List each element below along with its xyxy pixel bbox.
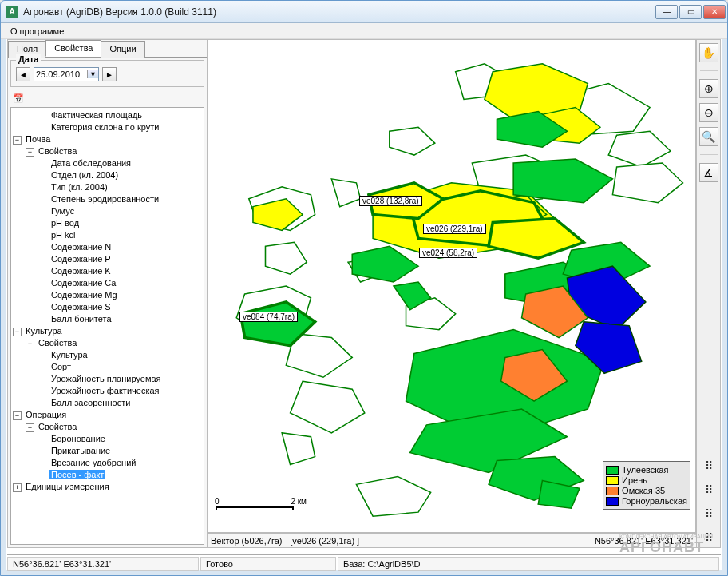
tree-item[interactable]: Содержание K — [49, 266, 113, 276]
expander-icon[interactable]: − — [13, 328, 22, 336]
tree-item[interactable]: Степень эродированности — [49, 194, 160, 204]
tree-node-operation-props[interactable]: Свойства — [37, 422, 78, 431]
legend-swatch — [606, 497, 619, 506]
view-mode-1-icon[interactable]: ⠿ — [699, 456, 718, 475]
tree-item[interactable]: Содержание S — [49, 302, 113, 312]
tree-node-culture-props[interactable]: Свойства — [37, 338, 78, 348]
menu-about[interactable]: О программе — [6, 25, 69, 38]
tree-item[interactable]: Содержание Ca — [49, 278, 117, 288]
legend-swatch — [606, 466, 619, 475]
map-area: ve028 (132,8га) ve026 (229,1га) ve024 (5… — [208, 40, 696, 547]
pan-tool-icon[interactable]: ✋ — [699, 43, 718, 62]
legend-label: Горноуральская — [622, 496, 687, 506]
legend-label: Тулеевская — [622, 465, 668, 475]
field-label-ve026: ve026 (229,1га) — [423, 224, 486, 234]
tree-item[interactable]: Культура — [49, 350, 89, 360]
tree-item[interactable]: Балл засоренности — [49, 398, 132, 407]
status-db: База: C:\AgriDB5\D — [338, 557, 719, 571]
tree-item[interactable]: Урожайность фактическая — [49, 386, 161, 395]
expander-icon[interactable]: − — [13, 136, 22, 145]
tree-node-soil[interactable]: Почва — [24, 134, 52, 144]
tree-item[interactable]: Дата обследования — [49, 158, 133, 168]
menubar: О программе — [1, 23, 727, 39]
tree-item[interactable]: Прикатывание — [49, 446, 112, 455]
view-mode-4-icon[interactable]: ⠿ — [699, 528, 718, 547]
field-label-ve084: ve084 (74,7га) — [239, 312, 298, 322]
status-coords: N56°36.821' E63°31.321' — [7, 557, 199, 571]
legend-swatch — [606, 476, 619, 485]
minimize-button[interactable]: — — [655, 5, 678, 19]
map-statusbar: Вектор (5026,7га) - [ve026 (229,1га) ] N… — [208, 533, 696, 547]
status-ready: Готово — [200, 557, 336, 571]
tree-item[interactable]: Гумус — [49, 206, 76, 216]
tree-item[interactable]: Боронование — [49, 434, 107, 443]
tree-item[interactable]: Сорт — [49, 362, 73, 371]
map-tools: ✋ ⊕ ⊖ 🔍 ∡ ⠿ ⠿ ⠿ ⠿ — [696, 40, 720, 547]
tree-item-slope[interactable]: Категория склона по крути — [49, 122, 160, 132]
expander-icon[interactable]: − — [13, 411, 22, 420]
side-panel: Поля Свойства Опции Дата ◄ ▼ ► — [8, 40, 208, 547]
tree-item[interactable]: Содержание N — [49, 242, 113, 252]
expander-icon[interactable]: − — [26, 423, 34, 432]
zoom-out-icon[interactable]: ⊖ — [699, 103, 718, 122]
app-icon: А — [6, 6, 18, 18]
zoom-in-icon[interactable]: ⊕ — [699, 79, 718, 98]
date-combo[interactable]: ▼ — [34, 67, 99, 81]
tree-item[interactable]: Содержание Mg — [49, 290, 119, 300]
tab-options[interactable]: Опции — [101, 41, 144, 58]
scale-end: 2 км — [291, 497, 307, 506]
maximize-button[interactable]: ▭ — [679, 5, 702, 19]
legend-label: Омская 35 — [622, 486, 665, 495]
tree-item[interactable]: Тип (кл. 2004) — [49, 182, 109, 192]
date-group: Дата ◄ ▼ ► — [10, 60, 204, 87]
zoom-extent-icon[interactable]: 🔍 — [699, 127, 718, 146]
expander-icon[interactable]: + — [13, 483, 22, 492]
tree-item[interactable]: Урожайность планируемая — [49, 374, 163, 383]
legend-swatch — [606, 487, 619, 495]
tree-item[interactable]: Врезание удобрений — [49, 458, 137, 467]
tree-item[interactable]: Балл бонитета — [49, 314, 113, 324]
map-status-coords: N56°36.821' E63°31.321' — [595, 536, 693, 546]
date-label: Дата — [16, 54, 41, 64]
titlebar: А Агронавт (AgriDB) Версия 1.0.0 (Build … — [1, 1, 727, 23]
window-title: Агронавт (AgriDB) Версия 1.0.0 (Build 31… — [23, 6, 655, 18]
map-status-vector: Вектор (5026,7га) - [ve026 (229,1га) ] — [211, 536, 595, 546]
tree-node-operation[interactable]: Операция — [24, 410, 68, 419]
close-button[interactable]: ✕ — [703, 5, 726, 19]
tree-item-fact-area[interactable]: Фактическая площадь — [49, 110, 144, 120]
property-tree[interactable]: Фактическая площадь Категория склона по … — [10, 107, 204, 545]
view-mode-2-icon[interactable]: ⠿ — [699, 480, 718, 499]
calendar-icon[interactable]: 📅 — [11, 91, 26, 105]
app-statusbar: N56°36.821' E63°31.321' Готово База: C:\… — [7, 554, 721, 572]
field-label-ve024: ve024 (58,2га) — [419, 248, 477, 258]
tree-node-units[interactable]: Единицы измерения — [24, 482, 111, 491]
date-input[interactable] — [34, 69, 87, 80]
view-mode-3-icon[interactable]: ⠿ — [699, 504, 718, 523]
scale-zero: 0 — [215, 497, 220, 506]
scale-bar: 0 2 км — [216, 506, 294, 510]
tree-item[interactable]: Отдел (кл. 2004) — [49, 170, 120, 180]
tree-item[interactable]: Содержание P — [49, 254, 113, 264]
tree-item[interactable]: pH вод — [49, 218, 81, 228]
field-label-ve028: ve028 (132,8га) — [359, 196, 422, 206]
tree-node-soil-props[interactable]: Свойства — [37, 146, 78, 156]
tree-item-seeding-fact[interactable]: Посев - факт — [49, 470, 105, 479]
legend-label: Ирень — [622, 475, 647, 485]
tree-node-culture[interactable]: Культура — [24, 326, 64, 336]
tree-item[interactable]: pH kcl — [49, 230, 77, 240]
map-svg — [208, 40, 695, 532]
date-dropdown-icon[interactable]: ▼ — [87, 70, 98, 78]
tab-properties[interactable]: Свойства — [46, 40, 101, 57]
map-legend: Тулеевская Ирень Омская 35 Горноуральска… — [603, 461, 690, 510]
expander-icon[interactable]: − — [26, 340, 34, 348]
map-canvas[interactable]: ve028 (132,8га) ve026 (229,1га) ve024 (5… — [208, 40, 696, 533]
measure-tool-icon[interactable]: ∡ — [699, 163, 718, 182]
date-prev-button[interactable]: ◄ — [16, 67, 30, 81]
date-next-button[interactable]: ► — [102, 67, 117, 81]
expander-icon[interactable]: − — [26, 148, 34, 157]
